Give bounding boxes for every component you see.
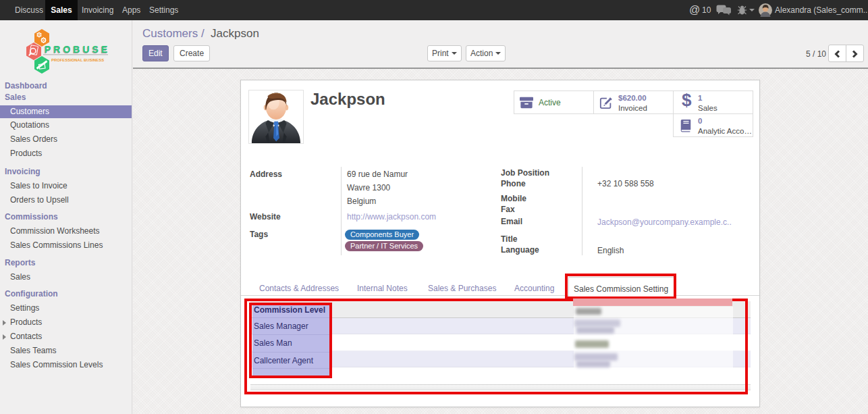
- svg-text:PROFESSIONAL BUSINESS: PROFESSIONAL BUSINESS: [51, 58, 104, 62]
- svg-text:PROBUSE: PROBUSE: [45, 44, 110, 55]
